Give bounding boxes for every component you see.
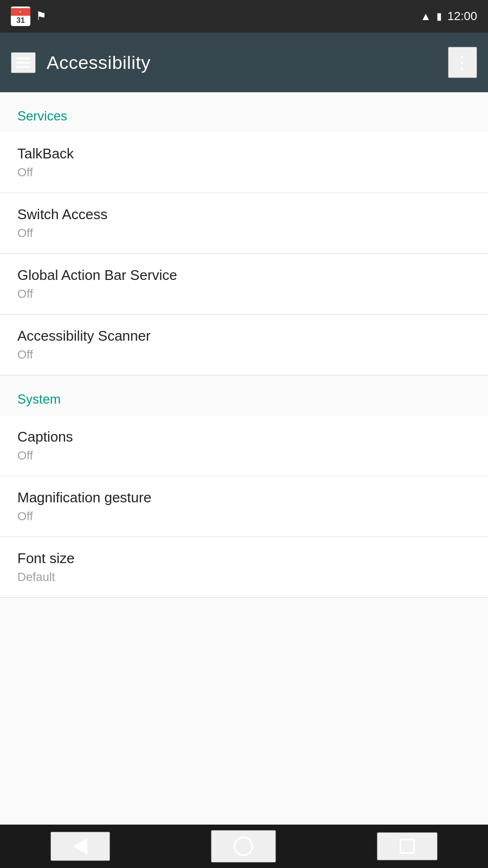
- status-bar: ▪ 31 ⚑ ▲ ▮ 12:00: [0, 0, 488, 33]
- battery-icon: ▮: [436, 10, 442, 22]
- status-bar-left: ▪ 31 ⚑: [11, 7, 47, 26]
- home-icon: [234, 837, 253, 856]
- switch-access-item[interactable]: Switch Access Off: [0, 193, 488, 254]
- accessibility-scanner-title: Accessibility Scanner: [17, 328, 471, 344]
- talkback-subtitle: Off: [17, 165, 471, 180]
- services-section-title: Services: [17, 108, 67, 123]
- services-section-header: Services: [0, 92, 488, 132]
- magnification-gesture-subtitle: Off: [17, 509, 471, 524]
- font-size-item[interactable]: Font size Default: [0, 537, 488, 598]
- captions-item[interactable]: Captions Off: [0, 416, 488, 476]
- magnification-gesture-title: Magnification gesture: [17, 489, 471, 506]
- more-options-button[interactable]: ⋮: [448, 47, 477, 78]
- system-section-header: System: [0, 375, 488, 416]
- font-size-title: Font size: [17, 550, 471, 567]
- page-title: Accessibility: [47, 52, 151, 73]
- recent-icon: [400, 839, 415, 854]
- calendar-icon: ▪ 31: [11, 7, 30, 26]
- system-section-title: System: [17, 392, 61, 406]
- back-icon: [73, 838, 87, 854]
- settings-content: Services TalkBack Off Switch Access Off …: [0, 92, 488, 825]
- accessibility-scanner-subtitle: Off: [17, 348, 471, 362]
- captions-subtitle: Off: [17, 449, 471, 463]
- nav-bar: [0, 825, 488, 868]
- switch-access-title: Switch Access: [17, 206, 471, 223]
- hamburger-line: [16, 58, 30, 59]
- status-bar-right: ▲ ▮ 12:00: [420, 9, 477, 23]
- hamburger-line: [16, 66, 30, 68]
- magnification-gesture-item[interactable]: Magnification gesture Off: [0, 476, 488, 537]
- notification-icon: ⚑: [36, 9, 47, 23]
- hamburger-line: [16, 62, 30, 63]
- captions-title: Captions: [17, 429, 471, 445]
- app-bar-left: Accessibility: [11, 52, 151, 73]
- talkback-item[interactable]: TalkBack Off: [0, 132, 488, 193]
- global-action-bar-item[interactable]: Global Action Bar Service Off: [0, 254, 488, 315]
- accessibility-scanner-item[interactable]: Accessibility Scanner Off: [0, 315, 488, 375]
- signal-icon: ▲: [420, 10, 431, 23]
- global-action-bar-subtitle: Off: [17, 287, 471, 301]
- nav-back-button[interactable]: [50, 832, 110, 861]
- font-size-subtitle: Default: [17, 570, 471, 584]
- talkback-title: TalkBack: [17, 145, 471, 162]
- hamburger-menu-button[interactable]: [11, 52, 36, 73]
- more-options-icon: ⋮: [453, 53, 472, 72]
- app-bar: Accessibility ⋮: [0, 33, 488, 92]
- nav-home-button[interactable]: [211, 830, 276, 863]
- switch-access-subtitle: Off: [17, 226, 471, 240]
- time-display: 12:00: [447, 9, 477, 23]
- global-action-bar-title: Global Action Bar Service: [17, 267, 471, 284]
- nav-recent-button[interactable]: [377, 832, 438, 860]
